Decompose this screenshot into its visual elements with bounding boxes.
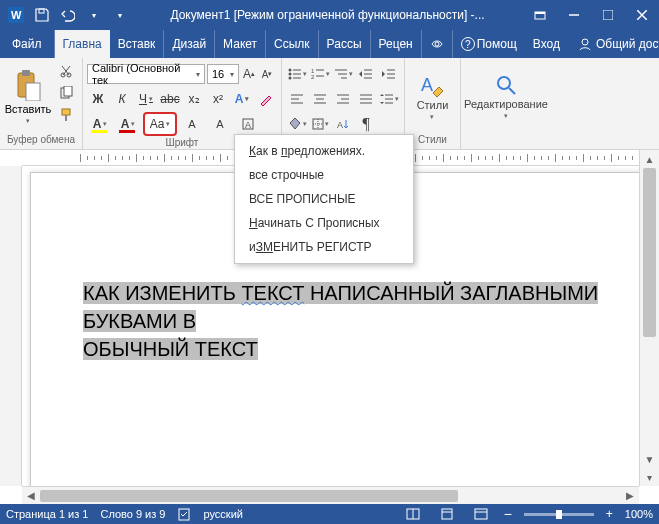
signin-link[interactable]: Вход xyxy=(525,30,568,58)
svg-point-9 xyxy=(435,42,439,46)
tab-layout[interactable]: Макет xyxy=(215,30,266,58)
share-button[interactable]: Общий доступ xyxy=(568,30,659,58)
zoom-slider[interactable] xyxy=(524,513,594,516)
undo-icon[interactable] xyxy=(56,3,80,27)
web-layout-icon[interactable] xyxy=(470,506,492,522)
zoom-knob[interactable] xyxy=(556,510,562,519)
zoom-in-button[interactable]: + xyxy=(606,507,613,521)
status-words[interactable]: Слово 9 из 9 xyxy=(100,508,165,520)
zoom-out-button[interactable]: − xyxy=(504,506,512,522)
case-toggle[interactable]: иЗМЕНИТЬ РЕГИСТР xyxy=(235,235,413,259)
highlight-color-button[interactable]: A▾ xyxy=(87,114,113,134)
case-upper[interactable]: ВСЕ ПРОПИСНЫЕ xyxy=(235,187,413,211)
font-color-button[interactable]: А▾ xyxy=(115,114,141,134)
tab-file[interactable]: Файл xyxy=(0,30,55,58)
line-spacing-icon[interactable]: ▾ xyxy=(378,89,400,109)
paste-button[interactable]: Вставить ▾ xyxy=(4,60,52,133)
scroll-right-icon[interactable]: ▶ xyxy=(621,490,639,501)
styles-button[interactable]: A Стили ▾ xyxy=(417,60,449,133)
status-proofing-icon[interactable] xyxy=(178,507,192,521)
close-icon[interactable] xyxy=(625,0,659,30)
format-painter-icon[interactable] xyxy=(56,106,76,124)
tab-insert[interactable]: Вставк xyxy=(110,30,165,58)
svg-point-10 xyxy=(582,39,588,45)
vertical-ruler[interactable] xyxy=(0,166,22,486)
change-case-button[interactable]: Aa▾ xyxy=(143,112,177,136)
svg-rect-6 xyxy=(603,10,613,20)
status-page[interactable]: Страница 1 из 1 xyxy=(6,508,88,520)
document-text[interactable]: КАК ИЗМЕНИТЬ ТЕКСТ НАПИСАННЫЙ ЗАГЛАВНЫМИ… xyxy=(83,279,609,363)
tab-tell-me[interactable]: ?Помощ xyxy=(453,30,525,58)
shrink-font-icon[interactable]: A▾ xyxy=(259,64,275,84)
align-center-icon[interactable] xyxy=(309,89,331,109)
sort-icon[interactable]: A xyxy=(332,114,354,134)
justify-icon[interactable] xyxy=(355,89,377,109)
status-language[interactable]: русский xyxy=(204,508,243,520)
underline-button[interactable]: Ч▾ xyxy=(135,89,157,109)
shading-button[interactable]: ▾ xyxy=(286,114,308,134)
font-size-combo[interactable]: 16▾ xyxy=(207,64,239,84)
char-shading-a2[interactable]: A xyxy=(207,114,233,134)
italic-button[interactable]: К xyxy=(111,89,133,109)
font-name-combo[interactable]: Calibri (Основной тек▾ xyxy=(87,64,205,84)
subscript-button[interactable]: x₂ xyxy=(183,89,205,109)
tab-review[interactable]: Рецен xyxy=(371,30,422,58)
svg-rect-12 xyxy=(22,70,30,76)
svg-line-17 xyxy=(62,66,69,75)
increase-indent-icon[interactable] xyxy=(378,64,400,84)
vertical-scrollbar[interactable]: ▲ ▼ ▾ xyxy=(639,150,659,486)
tab-design[interactable]: Дизай xyxy=(164,30,215,58)
tab-mailings[interactable]: Рассы xyxy=(319,30,371,58)
superscript-button[interactable]: x² xyxy=(207,89,229,109)
borders-button[interactable]: ▾ xyxy=(309,114,331,134)
editing-button[interactable]: Редактирование ▾ xyxy=(464,60,548,133)
scroll-up-icon[interactable]: ▲ xyxy=(640,150,659,168)
char-border-button[interactable]: A xyxy=(235,114,261,134)
tab-home[interactable]: Главна xyxy=(55,30,110,58)
browse-object-icon[interactable]: ▾ xyxy=(640,468,659,486)
ribbon-display-icon[interactable] xyxy=(523,0,557,30)
bold-button[interactable]: Ж xyxy=(87,89,109,109)
scroll-thumb-h[interactable] xyxy=(40,490,458,502)
cut-icon[interactable] xyxy=(56,62,76,80)
scroll-left-icon[interactable]: ◀ xyxy=(22,490,40,501)
case-sentence[interactable]: Как в предложениях. xyxy=(235,139,413,163)
zoom-level[interactable]: 100% xyxy=(625,508,653,520)
change-case-menu: Как в предложениях. все строчные ВСЕ ПРО… xyxy=(234,134,414,264)
multilevel-button[interactable]: ▾ xyxy=(332,64,354,84)
case-lower[interactable]: все строчные xyxy=(235,163,413,187)
group-editing: Редактирование ▾ xyxy=(461,58,551,149)
strike-button[interactable]: abc xyxy=(159,89,181,109)
qat-customize-icon[interactable]: ▾ xyxy=(108,3,132,27)
bullets-button[interactable]: ▾ xyxy=(286,64,308,84)
tab-references[interactable]: Ссылк xyxy=(266,30,319,58)
horizontal-scrollbar[interactable]: ◀ ▶ xyxy=(22,486,639,504)
scroll-thumb-v[interactable] xyxy=(643,168,656,337)
svg-line-16 xyxy=(63,66,70,75)
text-effects-button[interactable]: A▾ xyxy=(231,89,253,109)
paste-label: Вставить xyxy=(5,103,52,115)
scroll-down-icon[interactable]: ▼ xyxy=(640,450,659,468)
svg-text:W: W xyxy=(11,9,22,21)
read-mode-icon[interactable] xyxy=(402,506,424,522)
clear-formatting-icon[interactable] xyxy=(255,89,277,109)
maximize-icon[interactable] xyxy=(591,0,625,30)
align-right-icon[interactable] xyxy=(332,89,354,109)
copy-icon[interactable] xyxy=(56,84,76,102)
grow-font-icon[interactable]: A▴ xyxy=(241,64,257,84)
case-capitalize[interactable]: Начинать С Прописных xyxy=(235,211,413,235)
save-icon[interactable] xyxy=(30,3,54,27)
svg-rect-21 xyxy=(65,115,67,121)
lightbulb-icon: ? xyxy=(461,37,475,51)
align-left-icon[interactable] xyxy=(286,89,308,109)
char-shading-a1[interactable]: A xyxy=(179,114,205,134)
numbering-button[interactable]: 12▾ xyxy=(309,64,331,84)
redo-icon[interactable]: ▾ xyxy=(82,3,106,27)
decrease-indent-icon[interactable] xyxy=(355,64,377,84)
print-layout-icon[interactable] xyxy=(436,506,458,522)
svg-rect-13 xyxy=(26,83,40,101)
tab-view[interactable] xyxy=(422,30,453,58)
show-marks-icon[interactable]: ¶ xyxy=(355,114,377,134)
minimize-icon[interactable] xyxy=(557,0,591,30)
word-icon[interactable]: W xyxy=(4,3,28,27)
